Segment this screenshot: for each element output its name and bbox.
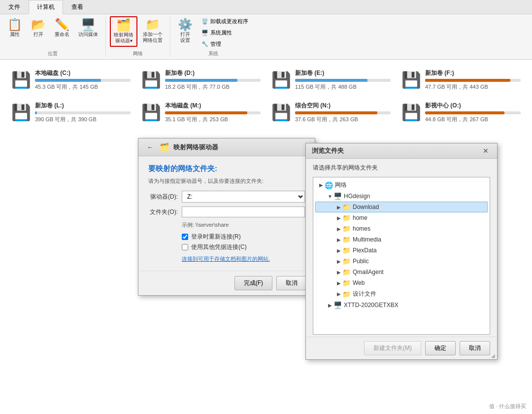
tree-item-qmailagent[interactable]: ▶ 📁 QmailAgent xyxy=(315,267,488,277)
ribbon-tabs: 文件 计算机 查看 xyxy=(0,0,532,14)
tree-icon-hgdesign: 🖥️ xyxy=(333,192,342,200)
browse-folder-title: 浏览文件夹 xyxy=(312,146,344,155)
tree-icon-network: 🌐 xyxy=(325,181,333,189)
add-location-icon: 📁 xyxy=(145,19,160,31)
drive-select[interactable]: Z: Y: X: xyxy=(182,191,305,203)
tree-item-xttd[interactable]: ▶ 🖥️ XTTD-2020GETXBX xyxy=(315,300,488,310)
drive-bar-bg-d xyxy=(165,79,261,82)
folder-input[interactable] xyxy=(182,207,305,217)
tree-label-network: 网络 xyxy=(335,181,347,189)
drive-size-o: 44.8 GB 可用，共 267 GB xyxy=(425,116,521,123)
drive-item-o[interactable]: 💾 影视中心 (O:) 44.8 GB 可用，共 267 GB xyxy=(398,98,524,127)
manage-icon: 🔧 xyxy=(201,41,208,47)
ribbon-group-location: 📋 属性 📂 打开 ✏️ 重命名 🖥️ 访问媒体 位置 xyxy=(0,16,106,57)
map-drive-dialog-title: 映射网络驱动器 xyxy=(173,143,218,152)
ribbon-btn-access-media[interactable]: 🖥️ 访问媒体 xyxy=(75,16,101,40)
drive-icon-c: 💾 xyxy=(11,70,31,89)
new-folder-button: 新建文件夹(M) xyxy=(364,341,421,355)
drive-info-e: 新加卷 (E:) 115 GB 可用，共 488 GB xyxy=(295,69,391,91)
othercred-label: 使用其他凭据连接(C) xyxy=(191,243,247,251)
tree-item-multimedia[interactable]: ▶ 📁 Multimedia xyxy=(315,234,488,245)
ribbon-body: 📋 属性 📂 打开 ✏️ 重命名 🖥️ 访问媒体 位置 xyxy=(0,14,532,59)
storage-link[interactable]: 连接到可用于存储文档和图片的网站. xyxy=(182,255,305,263)
tree-label-xttd: XTTD-2020GETXBX xyxy=(344,302,399,309)
tree-label-web: Web xyxy=(353,279,365,286)
ribbon-group-system-label: 系统 xyxy=(208,49,218,57)
tree-label-multimedia: Multimedia xyxy=(353,236,381,243)
dialog-back-btn[interactable]: ← xyxy=(144,142,156,152)
tree-toggle-network: ▶ xyxy=(318,182,325,188)
map-drive-label: 映射网络驱动器▾ xyxy=(114,32,133,44)
drive-icon-d: 💾 xyxy=(141,70,161,89)
tree-toggle-xttd: ▶ xyxy=(327,303,333,308)
tree-toggle-homes: ▶ xyxy=(335,226,342,232)
rename-icon: ✏️ xyxy=(55,19,69,31)
ok-button-browse[interactable]: 确定 xyxy=(425,341,456,355)
uninstall-label: 卸载或更改程序 xyxy=(210,18,248,25)
tree-item-design-files[interactable]: ▶ 📁 设计文件 xyxy=(315,288,488,300)
ribbon-btn-uninstall[interactable]: 🗑️ 卸载或更改程序 xyxy=(198,16,252,27)
tree-item-public[interactable]: ▶ 📁 Public xyxy=(315,256,488,267)
ribbon: 文件 计算机 查看 📋 属性 📂 打开 ✏️ 重命名 🖥️ xyxy=(0,0,532,60)
ribbon-btn-add-location[interactable]: 📁 添加一个网络位置 xyxy=(139,16,166,46)
drive-bar-fill-c xyxy=(35,79,101,82)
tab-file[interactable]: 文件 xyxy=(0,0,29,14)
drive-item-e[interactable]: 💾 新加卷 (E:) 115 GB 可用，共 488 GB xyxy=(268,66,394,94)
finish-button[interactable]: 完成(F) xyxy=(234,276,272,290)
ribbon-btn-open[interactable]: 📂 打开 xyxy=(28,16,49,40)
tree-icon-public: 📁 xyxy=(342,257,351,265)
drive-item-l[interactable]: 💾 新加卷 (L:) 390 GB 可用，共 390 GB xyxy=(8,98,134,127)
tree-item-home[interactable]: ▶ 📁 home xyxy=(315,212,488,223)
ribbon-btn-rename[interactable]: ✏️ 重命名 xyxy=(51,16,73,40)
ribbon-btn-map-drive[interactable]: 🗂️ 映射网络驱动器▾ xyxy=(110,16,137,47)
tree-label-homes: homes xyxy=(353,225,370,232)
ribbon-btn-properties[interactable]: 📋 属性 xyxy=(4,16,26,40)
drive-item-f[interactable]: 💾 新加卷 (F:) 47.7 GB 可用，共 443 GB xyxy=(398,66,524,94)
resize-handle[interactable]: ◢ xyxy=(491,353,495,358)
tree-item-network[interactable]: ▶ 🌐 网络 xyxy=(315,179,488,191)
drive-item-n[interactable]: 💾 综合空间 (N:) 37.6 GB 可用，共 263 GB xyxy=(268,98,394,127)
ribbon-btn-manage[interactable]: 🔧 管理 xyxy=(198,39,252,49)
ribbon-group-network-label: 网络 xyxy=(133,49,143,57)
tree-toggle-plexdata: ▶ xyxy=(335,248,342,253)
cancel-button-map[interactable]: 取消 xyxy=(276,276,307,290)
drive-item-m[interactable]: 💾 本地磁盘 (M:) 35.1 GB 可用，共 253 GB xyxy=(138,98,264,127)
ribbon-btn-system-props[interactable]: 🖥️ 系统属性 xyxy=(198,28,252,38)
browse-folder-dialog: 浏览文件夹 ✕ 请选择共享的网络文件夹 ▶ 🌐 网络 ▼ 🖥️ HGdesign… xyxy=(305,143,498,360)
browse-close-btn[interactable]: ✕ xyxy=(480,146,491,155)
drive-select-wrapper[interactable]: Z: Y: X: ▼ xyxy=(182,191,305,203)
tree-item-homes[interactable]: ▶ 📁 homes xyxy=(315,223,488,234)
drive-info-d: 新加卷 (D:) 18.2 GB 可用，共 77.0 GB xyxy=(165,69,261,91)
othercred-checkbox[interactable] xyxy=(182,244,188,250)
tree-toggle-hgdesign: ▼ xyxy=(327,194,333,199)
open-label: 打开 xyxy=(33,32,43,37)
drive-item-c[interactable]: 💾 本地磁盘 (C:) 45.3 GB 可用，共 145 GB xyxy=(8,66,134,94)
uninstall-icon: 🗑️ xyxy=(201,18,208,25)
drive-icon-e: 💾 xyxy=(271,70,291,89)
tree-toggle-web: ▶ xyxy=(335,280,342,286)
tree-item-web[interactable]: ▶ 📁 Web xyxy=(315,277,488,288)
drive-bar-bg-o xyxy=(425,111,521,114)
drive-name-o: 影视中心 (O:) xyxy=(425,102,521,110)
watermark: 值 · 什么值得买 xyxy=(489,403,526,410)
reconnect-checkbox[interactable] xyxy=(182,234,188,240)
drive-item-d[interactable]: 💾 新加卷 (D:) 18.2 GB 可用，共 77.0 GB xyxy=(138,66,264,94)
tree-label-public: Public xyxy=(353,258,369,265)
tree-item-download[interactable]: ▶ 📁 Download xyxy=(315,202,488,212)
map-drive-dialog-footer: 完成(F) 取消 xyxy=(138,271,315,295)
map-drive-desc: 请为与接指定驱动器号，以及你要连接的文件夹: xyxy=(148,177,305,185)
tree-item-plexdata[interactable]: ▶ 📁 PlexData xyxy=(315,245,488,256)
tree-item-hgdesign[interactable]: ▼ 🖥️ HGdesign xyxy=(315,191,488,202)
browse-folder-desc: 请选择共享的网络文件夹 xyxy=(306,159,497,175)
open-icon: 📂 xyxy=(31,19,46,31)
ribbon-btn-open-settings[interactable]: ⚙️ 打开设置 xyxy=(174,16,196,46)
cancel-button-browse[interactable]: 取消 xyxy=(460,341,490,355)
tab-computer[interactable]: 计算机 xyxy=(29,0,63,14)
ribbon-group-network-items: 🗂️ 映射网络驱动器▾ 📁 添加一个网络位置 xyxy=(110,16,166,49)
tree-icon-xttd: 🖥️ xyxy=(333,301,342,309)
drive-info-o: 影视中心 (O:) 44.8 GB 可用，共 267 GB xyxy=(425,102,521,123)
drive-icon-n: 💾 xyxy=(271,103,291,122)
tab-view[interactable]: 查看 xyxy=(63,0,92,14)
tree-label-plexdata: PlexData xyxy=(353,247,377,254)
open-settings-label: 打开设置 xyxy=(180,32,190,43)
